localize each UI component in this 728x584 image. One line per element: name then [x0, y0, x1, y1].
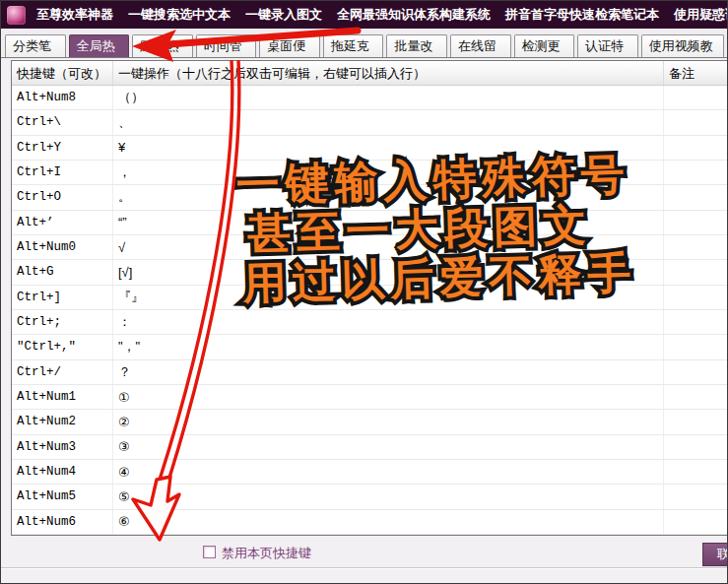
tab-检测更新[interactable]: 检测更新 — [514, 34, 575, 57]
titlebar[interactable]: 至尊效率神器一键搜索选中文本一键录入图文全网最强知识体系构建系统拼音首字母快速检… — [1, 1, 727, 29]
note-cell[interactable] — [664, 485, 727, 508]
table-row[interactable]: Alt+Num2 ② — [12, 410, 727, 434]
table-row[interactable]: Alt+Num8 （） — [12, 86, 727, 110]
disable-hotkeys-checkbox[interactable] — [203, 546, 216, 558]
titlebar-item: 拼音首字母快速检索笔记本 — [505, 6, 659, 24]
hotkey-cell[interactable]: Alt+G — [12, 260, 113, 284]
app-window: 至尊效率神器一键搜索选中文本一键录入图文全网最强知识体系构建系统拼音首字母快速检… — [0, 0, 728, 584]
note-cell[interactable] — [664, 385, 727, 409]
hotkey-cell[interactable]: Ctrl+; — [12, 310, 113, 334]
action-cell[interactable]: ① — [113, 385, 664, 409]
app-icon — [7, 6, 26, 25]
note-cell[interactable] — [664, 235, 727, 259]
note-cell[interactable] — [664, 310, 727, 334]
table-row[interactable]: Alt+Num4 ④ — [12, 460, 727, 485]
note-cell[interactable] — [664, 510, 727, 534]
action-cell[interactable]: ⑥ — [113, 510, 664, 534]
note-cell[interactable] — [664, 211, 727, 234]
action-cell[interactable]: ② — [113, 410, 664, 433]
titlebar-item: 一键搜索选中文本 — [128, 6, 231, 24]
hotkey-cell[interactable]: Alt+Num2 — [12, 410, 113, 433]
tab-在线留言[interactable]: 在线留言 — [450, 34, 511, 57]
tab-分类笔记[interactable]: 分类笔记 — [5, 34, 66, 57]
action-cell[interactable]: "，" — [113, 335, 664, 358]
disable-hotkeys-label[interactable]: 禁用本页快捷键 — [222, 545, 311, 562]
hotkey-cell[interactable]: Ctrl+] — [12, 286, 113, 309]
action-cell[interactable]: （） — [113, 86, 664, 109]
note-cell[interactable] — [664, 360, 727, 384]
note-cell[interactable] — [664, 460, 727, 484]
action-cell[interactable]: ④ — [113, 460, 664, 484]
note-cell[interactable] — [664, 260, 727, 284]
hotkey-cell[interactable]: Alt+Num4 — [12, 460, 113, 484]
titlebar-item: 全网最强知识体系构建系统 — [337, 6, 491, 24]
note-cell[interactable] — [664, 161, 727, 184]
tab-拖延克星[interactable]: 拖延克星 — [323, 34, 384, 57]
promo-overlay-text: 一键输入特殊符号 甚至一大段图文 用过以后爱不释手 — [235, 150, 637, 308]
note-cell[interactable] — [664, 136, 727, 160]
action-cell[interactable]: 、 — [113, 110, 664, 134]
table-header-row: 快捷键（可改） 一键操作（十八行之后双击可编辑，右键可以插入行） 备注 — [12, 61, 727, 86]
contact-button[interactable]: 联 — [702, 543, 728, 566]
note-cell[interactable] — [664, 435, 727, 459]
action-cell[interactable]: ③ — [113, 435, 664, 459]
note-cell[interactable] — [664, 110, 727, 134]
tab-时间管理[interactable]: 时间管理 — [196, 34, 257, 57]
hotkey-cell[interactable]: Alt+Num5 — [12, 485, 113, 508]
titlebar-item: 至尊效率神器 — [36, 6, 113, 24]
hotkey-cell[interactable]: Alt+’ — [12, 211, 113, 234]
tab-page-panel: 快捷键（可改） 一键操作（十八行之后双击可编辑，右键可以插入行） 备注 Alt+… — [1, 58, 727, 583]
table-row[interactable]: Alt+Num5 ⑤ — [12, 485, 727, 509]
table-row[interactable]: Alt+Num6 ⑥ — [12, 510, 727, 535]
hotkey-cell[interactable]: Ctrl+\ — [12, 110, 113, 134]
tab-批量改名[interactable]: 批量改名 — [386, 34, 447, 57]
tab-使用视频教程[interactable]: 使用视频教程 — [641, 34, 724, 57]
table-row[interactable]: Alt+Num1 ① — [12, 385, 727, 410]
hotkey-cell[interactable]: Ctrl+O — [12, 185, 113, 209]
col-header-action[interactable]: 一键操作（十八行之后双击可编辑，右键可以插入行） — [113, 61, 664, 85]
hotkey-cell[interactable]: Alt+Num6 — [12, 510, 113, 534]
tab-全局热键[interactable]: 全局热键 — [69, 34, 130, 57]
hotkey-cell[interactable]: Ctrl+/ — [12, 360, 113, 384]
table-row[interactable]: Alt+Num3 ③ — [12, 435, 727, 460]
titlebar-item: 使用疑惑请联系Q 1218 — [674, 6, 727, 24]
note-cell[interactable] — [664, 335, 727, 358]
tab-桌面便签[interactable]: 桌面便签 — [259, 34, 320, 57]
hotkey-cell[interactable]: Alt+Num3 — [12, 435, 113, 459]
hotkey-cell[interactable]: Alt+Num8 — [12, 86, 113, 109]
col-header-note[interactable]: 备注 — [664, 61, 727, 85]
table-row[interactable]: "Ctrl+," "，" — [12, 335, 727, 359]
hotkey-cell[interactable]: "Ctrl+," — [12, 335, 113, 358]
table-row[interactable]: Ctrl+; ： — [12, 310, 727, 335]
hotkey-cell[interactable]: Alt+Num1 — [12, 385, 113, 409]
note-cell[interactable] — [664, 286, 727, 309]
tab-认证特权[interactable]: 认证特权 — [577, 34, 638, 57]
titlebar-item: 一键录入图文 — [245, 6, 322, 24]
col-header-hotkey[interactable]: 快捷键（可改） — [12, 61, 113, 85]
action-cell[interactable]: ： — [113, 310, 664, 334]
note-cell[interactable] — [664, 185, 727, 209]
note-cell[interactable] — [664, 410, 727, 433]
hotkey-cell[interactable]: Ctrl+I — [12, 161, 113, 184]
table-row[interactable]: Ctrl+\ 、 — [12, 110, 727, 135]
table-row[interactable]: Ctrl+/ ？ — [12, 360, 727, 385]
tab-bar: 分类笔记全局热键默认热键时间管理桌面便签拖延克星批量改名在线留言检测更新认证特权… — [1, 29, 727, 58]
tab-默认热键[interactable]: 默认热键 — [132, 34, 193, 57]
hotkey-cell[interactable]: Ctrl+Y — [12, 136, 113, 160]
status-divider — [1, 567, 727, 568]
action-cell[interactable]: ？ — [113, 360, 664, 384]
hotkey-cell[interactable]: Alt+Num0 — [12, 235, 113, 259]
note-cell[interactable] — [664, 86, 727, 109]
action-cell[interactable]: ⑤ — [113, 485, 664, 508]
